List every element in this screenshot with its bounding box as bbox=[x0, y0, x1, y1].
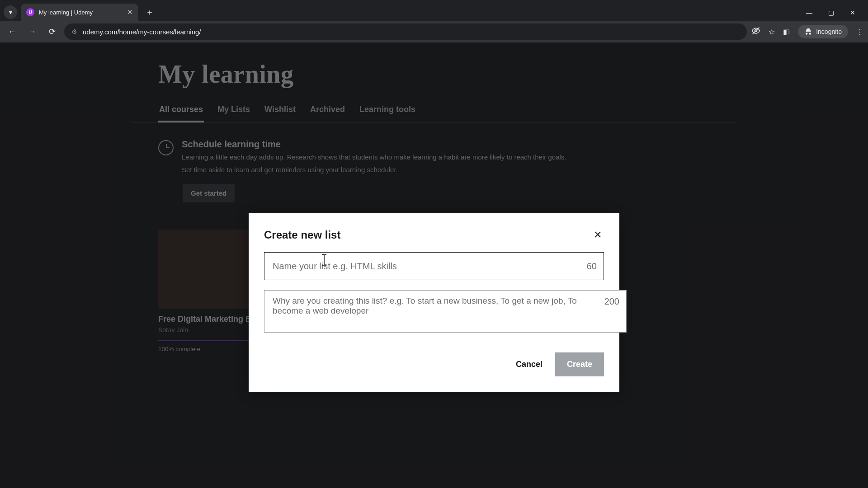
name-char-count: 60 bbox=[587, 261, 597, 272]
cancel-button[interactable]: Cancel bbox=[511, 353, 547, 375]
browser-tab-active[interactable]: U My learning | Udemy ✕ bbox=[21, 4, 138, 21]
tab-title: My learning | Udemy bbox=[39, 9, 123, 16]
side-panel-icon[interactable]: ◧ bbox=[783, 28, 790, 36]
tracking-eye-icon[interactable] bbox=[751, 26, 760, 37]
new-tab-button[interactable]: ＋ bbox=[143, 5, 156, 19]
nav-reload-button[interactable]: ⟳ bbox=[44, 24, 60, 39]
site-settings-icon[interactable]: ⚙ bbox=[71, 28, 77, 35]
incognito-icon bbox=[804, 28, 812, 36]
desc-char-count: 200 bbox=[604, 296, 619, 307]
modal-close-button[interactable]: ✕ bbox=[591, 229, 604, 241]
list-name-input[interactable] bbox=[264, 252, 604, 280]
list-description-input[interactable] bbox=[264, 290, 627, 333]
bookmark-star-icon[interactable]: ☆ bbox=[769, 28, 775, 36]
browser-tab-strip: ▾ U My learning | Udemy ✕ ＋ ― ▢ ✕ bbox=[0, 0, 868, 21]
address-bar[interactable]: ⚙ udemy.com/home/my-courses/learning/ bbox=[64, 23, 747, 40]
nav-forward-button[interactable]: → bbox=[24, 24, 40, 39]
modal-title: Create new list bbox=[264, 229, 340, 241]
udemy-favicon-icon: U bbox=[26, 8, 34, 16]
window-close-icon[interactable]: ✕ bbox=[848, 9, 857, 16]
create-button[interactable]: Create bbox=[555, 352, 604, 376]
incognito-indicator[interactable]: Incognito bbox=[798, 25, 848, 38]
url-text: udemy.com/home/my-courses/learning/ bbox=[83, 28, 201, 36]
window-minimize-icon[interactable]: ― bbox=[805, 9, 814, 16]
nav-back-button[interactable]: ← bbox=[5, 24, 20, 39]
tab-search-button[interactable]: ▾ bbox=[4, 5, 17, 19]
incognito-label: Incognito bbox=[816, 28, 842, 35]
window-maximize-icon[interactable]: ▢ bbox=[826, 9, 835, 16]
browser-toolbar: ← → ⟳ ⚙ udemy.com/home/my-courses/learni… bbox=[0, 21, 868, 42]
browser-menu-icon[interactable]: ⋮ bbox=[856, 28, 863, 36]
create-list-modal: Create new list ✕ 60 200 Cancel Create bbox=[249, 213, 619, 392]
close-tab-icon[interactable]: ✕ bbox=[127, 8, 133, 16]
